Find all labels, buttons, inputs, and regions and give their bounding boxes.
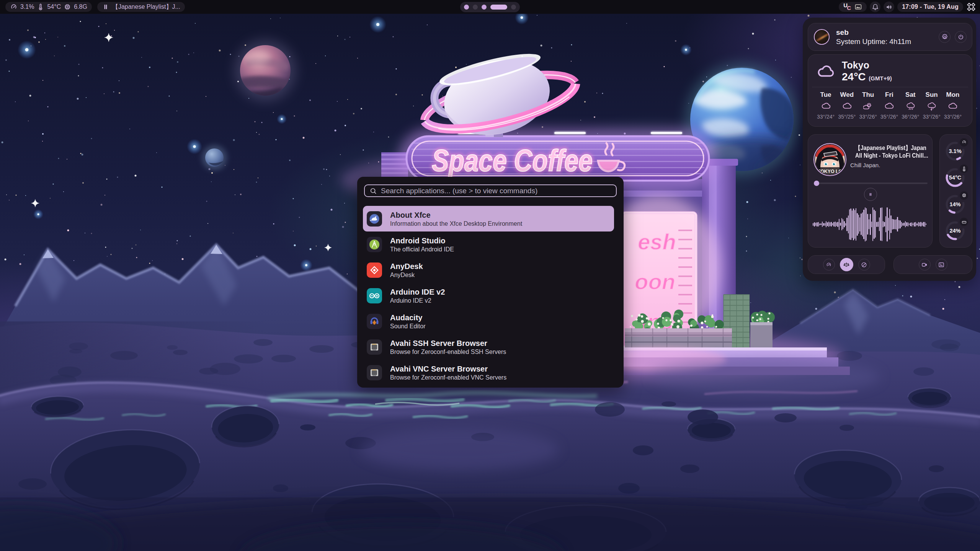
svg-text:esh: esh	[638, 229, 676, 254]
svg-text:oon: oon	[635, 269, 675, 294]
svg-text:TOKYO LO: TOKYO LO	[818, 169, 843, 174]
svg-text:Space Coffee: Space Coffee	[432, 143, 593, 178]
